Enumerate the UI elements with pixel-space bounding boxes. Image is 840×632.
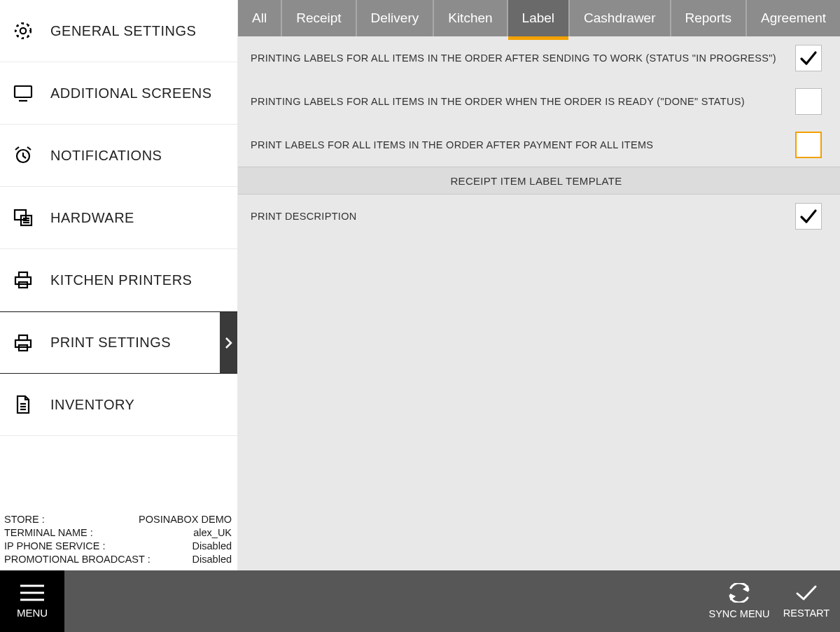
tab-delivery[interactable]: Delivery xyxy=(357,0,435,36)
sidebar-item-label: NOTIFICATIONS xyxy=(50,148,162,164)
restart-label: RESTART xyxy=(783,608,830,619)
info-value: POSINABOX DEMO xyxy=(139,513,232,526)
printer-icon xyxy=(13,332,50,353)
document-icon xyxy=(13,394,50,415)
setting-row: PRINT LABELS FOR ALL ITEMS IN THE ORDER … xyxy=(238,123,840,167)
info-row: PROMOTIONAL BROADCAST :Disabled xyxy=(4,553,232,566)
hardware-icon xyxy=(13,207,50,228)
sidebar-item-label: KITCHEN PRINTERS xyxy=(50,272,192,288)
checkbox[interactable] xyxy=(795,132,822,158)
svg-rect-13 xyxy=(19,272,27,277)
app-root: GENERAL SETTINGSADDITIONAL SCREENSNOTIFI… xyxy=(0,0,840,632)
setting-row: PRINTING LABELS FOR ALL ITEMS IN THE ORD… xyxy=(238,80,840,123)
svg-rect-16 xyxy=(19,335,27,340)
chevron-right-icon xyxy=(220,312,237,373)
sidebar-item-label: INVENTORY xyxy=(50,397,134,413)
gear-icon xyxy=(13,20,50,41)
main-area: GENERAL SETTINGSADDITIONAL SCREENSNOTIFI… xyxy=(0,0,840,570)
info-value: Disabled xyxy=(192,540,232,553)
info-row: TERMINAL NAME :alex_UK xyxy=(4,526,232,540)
info-row: STORE :POSINABOX DEMO xyxy=(4,513,232,526)
checkbox[interactable] xyxy=(795,45,822,71)
svg-rect-12 xyxy=(15,277,31,284)
setting-row: PRINT DESCRIPTION xyxy=(238,195,840,238)
tab-all[interactable]: All xyxy=(238,0,282,36)
alarm-icon xyxy=(13,145,50,166)
check-icon xyxy=(794,584,818,602)
svg-point-1 xyxy=(15,23,31,38)
tab-label: Cashdrawer xyxy=(584,10,655,26)
sync-menu-button[interactable]: SYNC MENU xyxy=(706,570,773,632)
tab-agreement[interactable]: Agreement xyxy=(747,0,840,36)
menu-label: MENU xyxy=(17,607,48,619)
tab-label: All xyxy=(252,10,267,26)
sidebar-item-hardware[interactable]: HARDWARE xyxy=(0,187,237,249)
sidebar-item-print-settings[interactable]: PRINT SETTINGS xyxy=(0,311,237,374)
sync-label: SYNC MENU xyxy=(708,608,769,619)
printer-icon xyxy=(13,269,50,290)
sidebar-info: STORE :POSINABOX DEMOTERMINAL NAME :alex… xyxy=(0,509,237,570)
tab-receipt[interactable]: Receipt xyxy=(282,0,356,36)
info-label: IP PHONE SERVICE : xyxy=(4,540,106,553)
info-row: IP PHONE SERVICE :Disabled xyxy=(4,540,232,553)
setting-label: PRINT LABELS FOR ALL ITEMS IN THE ORDER … xyxy=(251,139,653,150)
monitor-icon xyxy=(13,83,50,104)
menu-icon xyxy=(20,584,44,601)
svg-rect-15 xyxy=(15,340,31,347)
tab-cashdrawer[interactable]: Cashdrawer xyxy=(570,0,671,36)
sidebar-item-additional-screens[interactable]: ADDITIONAL SCREENS xyxy=(0,62,237,125)
sidebar-item-inventory[interactable]: INVENTORY xyxy=(0,374,237,436)
setting-label: PRINT DESCRIPTION xyxy=(251,211,356,222)
tabs-bar: AllReceiptDeliveryKitchenLabelCashdrawer… xyxy=(238,0,840,36)
bottom-bar: MENU SYNC MENU RESTART xyxy=(0,570,840,632)
restart-button[interactable]: RESTART xyxy=(773,570,840,632)
section-header: RECEIPT ITEM LABEL TEMPLATE xyxy=(238,167,840,195)
tab-reports[interactable]: Reports xyxy=(671,0,748,36)
sidebar-item-kitchen-printers[interactable]: KITCHEN PRINTERS xyxy=(0,249,237,311)
tab-kitchen[interactable]: Kitchen xyxy=(434,0,507,36)
sidebar-item-label: GENERAL SETTINGS xyxy=(50,23,196,39)
setting-row: PRINTING LABELS FOR ALL ITEMS IN THE ORD… xyxy=(238,36,840,80)
sidebar-item-label: PRINT SETTINGS xyxy=(50,335,171,351)
svg-rect-2 xyxy=(15,86,31,97)
sidebar-item-label: ADDITIONAL SCREENS xyxy=(50,85,212,101)
tab-label: Delivery xyxy=(371,10,419,26)
svg-line-6 xyxy=(27,147,31,150)
info-label: TERMINAL NAME : xyxy=(4,526,93,540)
setting-label: PRINTING LABELS FOR ALL ITEMS IN THE ORD… xyxy=(251,52,776,64)
tab-label: Receipt xyxy=(296,10,341,26)
tab-label: Label xyxy=(522,10,555,26)
tab-label: Kitchen xyxy=(448,10,492,26)
sync-icon xyxy=(727,583,751,603)
info-label: PROMOTIONAL BROADCAST : xyxy=(4,553,150,566)
tab-label[interactable]: Label xyxy=(508,0,570,36)
sidebar-item-general-settings[interactable]: GENERAL SETTINGS xyxy=(0,0,237,62)
info-value: Disabled xyxy=(192,553,232,566)
sidebar-list: GENERAL SETTINGSADDITIONAL SCREENSNOTIFI… xyxy=(0,0,237,509)
menu-button[interactable]: MENU xyxy=(0,570,64,632)
setting-label: PRINTING LABELS FOR ALL ITEMS IN THE ORD… xyxy=(251,96,745,107)
tab-label: Agreement xyxy=(761,10,826,26)
info-label: STORE : xyxy=(4,513,45,526)
section-header-label: RECEIPT ITEM LABEL TEMPLATE xyxy=(450,175,622,187)
sidebar-item-notifications[interactable]: NOTIFICATIONS xyxy=(0,125,237,187)
svg-line-5 xyxy=(15,147,19,150)
sidebar-item-label: HARDWARE xyxy=(50,210,134,226)
content-area: AllReceiptDeliveryKitchenLabelCashdrawer… xyxy=(238,0,840,570)
settings-panel: PRINTING LABELS FOR ALL ITEMS IN THE ORD… xyxy=(238,36,840,570)
tab-label: Reports xyxy=(685,10,732,26)
svg-point-0 xyxy=(20,28,26,34)
checkbox[interactable] xyxy=(795,88,822,115)
bottom-spacer xyxy=(64,570,706,632)
checkbox[interactable] xyxy=(795,203,822,230)
sidebar: GENERAL SETTINGSADDITIONAL SCREENSNOTIFI… xyxy=(0,0,238,570)
info-value: alex_UK xyxy=(193,526,232,540)
